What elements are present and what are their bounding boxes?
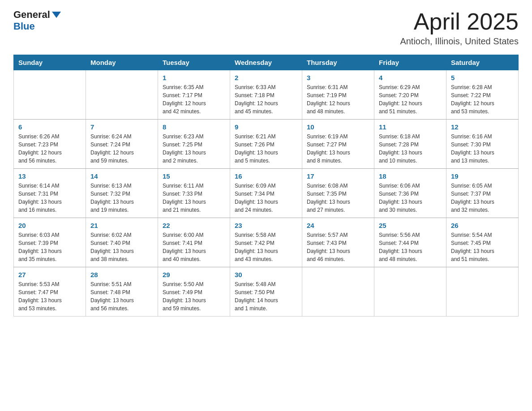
day-number: 25 [379, 222, 442, 229]
day-number: 17 [307, 172, 369, 180]
logo-general-text: General [13, 9, 50, 21]
calendar-week-row: 20Sunrise: 6:03 AM Sunset: 7:39 PM Dayli… [14, 218, 519, 267]
day-number: 10 [307, 123, 369, 131]
day-info: Sunrise: 6:21 AM Sunset: 7:26 PM Dayligh… [235, 133, 297, 165]
day-number: 21 [90, 222, 153, 229]
day-number: 9 [235, 123, 297, 131]
weekday-header-saturday: Saturday [446, 55, 519, 70]
day-number: 14 [90, 172, 153, 180]
calendar-day-cell: 29Sunrise: 5:50 AM Sunset: 7:49 PM Dayli… [158, 267, 230, 317]
calendar-day-cell: 3Sunrise: 6:31 AM Sunset: 7:19 PM Daylig… [302, 70, 374, 120]
day-info: Sunrise: 6:33 AM Sunset: 7:18 PM Dayligh… [235, 83, 297, 116]
calendar-day-cell: 20Sunrise: 6:03 AM Sunset: 7:39 PM Dayli… [14, 218, 86, 267]
logo-blue-text: Blue [13, 21, 35, 32]
calendar-day-cell: 19Sunrise: 6:05 AM Sunset: 7:37 PM Dayli… [446, 169, 519, 218]
day-number: 28 [90, 271, 153, 278]
calendar-day-cell [446, 267, 519, 317]
day-info: Sunrise: 6:09 AM Sunset: 7:34 PM Dayligh… [235, 182, 297, 214]
logo: General Blue [13, 9, 62, 32]
day-info: Sunrise: 6:29 AM Sunset: 7:20 PM Dayligh… [379, 83, 442, 116]
calendar-day-cell: 22Sunrise: 6:00 AM Sunset: 7:41 PM Dayli… [158, 218, 230, 267]
day-info: Sunrise: 6:06 AM Sunset: 7:36 PM Dayligh… [379, 182, 442, 214]
day-number: 13 [18, 172, 81, 180]
day-info: Sunrise: 6:28 AM Sunset: 7:22 PM Dayligh… [451, 83, 514, 116]
day-number: 30 [235, 271, 297, 278]
calendar-day-cell [86, 70, 158, 120]
calendar-day-cell: 2Sunrise: 6:33 AM Sunset: 7:18 PM Daylig… [230, 70, 302, 120]
day-number: 1 [163, 74, 225, 81]
day-info: Sunrise: 5:50 AM Sunset: 7:49 PM Dayligh… [163, 280, 225, 313]
day-number: 4 [379, 74, 442, 81]
day-info: Sunrise: 5:58 AM Sunset: 7:42 PM Dayligh… [235, 231, 297, 263]
day-number: 19 [451, 172, 514, 180]
weekday-header-wednesday: Wednesday [230, 55, 302, 70]
calendar-day-cell: 16Sunrise: 6:09 AM Sunset: 7:34 PM Dayli… [230, 169, 302, 218]
day-number: 22 [163, 222, 225, 229]
day-number: 18 [379, 172, 442, 180]
day-number: 5 [451, 74, 514, 81]
calendar-table: SundayMondayTuesdayWednesdayThursdayFrid… [13, 55, 519, 317]
calendar-day-cell: 11Sunrise: 6:18 AM Sunset: 7:28 PM Dayli… [374, 120, 446, 169]
day-info: Sunrise: 6:19 AM Sunset: 7:27 PM Dayligh… [307, 133, 369, 165]
day-info: Sunrise: 6:35 AM Sunset: 7:17 PM Dayligh… [163, 83, 225, 116]
day-info: Sunrise: 6:02 AM Sunset: 7:40 PM Dayligh… [90, 231, 153, 263]
day-info: Sunrise: 6:18 AM Sunset: 7:28 PM Dayligh… [379, 133, 442, 165]
calendar-day-cell: 24Sunrise: 5:57 AM Sunset: 7:43 PM Dayli… [302, 218, 374, 267]
calendar-week-row: 13Sunrise: 6:14 AM Sunset: 7:31 PM Dayli… [14, 169, 519, 218]
calendar-header: SundayMondayTuesdayWednesdayThursdayFrid… [14, 55, 519, 70]
calendar-body: 1Sunrise: 6:35 AM Sunset: 7:17 PM Daylig… [14, 70, 519, 317]
calendar-day-cell: 8Sunrise: 6:23 AM Sunset: 7:25 PM Daylig… [158, 120, 230, 169]
calendar-day-cell: 18Sunrise: 6:06 AM Sunset: 7:36 PM Dayli… [374, 169, 446, 218]
day-number: 11 [379, 123, 442, 131]
weekday-header-tuesday: Tuesday [158, 55, 230, 70]
location-title: Antioch, Illinois, United States [400, 36, 519, 47]
day-info: Sunrise: 6:16 AM Sunset: 7:30 PM Dayligh… [451, 133, 514, 165]
weekday-header-monday: Monday [86, 55, 158, 70]
calendar-day-cell: 15Sunrise: 6:11 AM Sunset: 7:33 PM Dayli… [158, 169, 230, 218]
calendar-week-row: 27Sunrise: 5:53 AM Sunset: 7:47 PM Dayli… [14, 267, 519, 317]
day-info: Sunrise: 6:31 AM Sunset: 7:19 PM Dayligh… [307, 83, 369, 116]
day-number: 29 [163, 271, 225, 278]
day-info: Sunrise: 6:24 AM Sunset: 7:24 PM Dayligh… [90, 133, 153, 165]
calendar-day-cell: 10Sunrise: 6:19 AM Sunset: 7:27 PM Dayli… [302, 120, 374, 169]
calendar-day-cell: 28Sunrise: 5:51 AM Sunset: 7:48 PM Dayli… [86, 267, 158, 317]
calendar-day-cell [14, 70, 86, 120]
calendar-day-cell: 12Sunrise: 6:16 AM Sunset: 7:30 PM Dayli… [446, 120, 519, 169]
calendar-day-cell: 4Sunrise: 6:29 AM Sunset: 7:20 PM Daylig… [374, 70, 446, 120]
day-info: Sunrise: 5:54 AM Sunset: 7:45 PM Dayligh… [451, 231, 514, 263]
calendar-day-cell: 30Sunrise: 5:48 AM Sunset: 7:50 PM Dayli… [230, 267, 302, 317]
day-number: 6 [18, 123, 81, 131]
calendar-day-cell: 17Sunrise: 6:08 AM Sunset: 7:35 PM Dayli… [302, 169, 374, 218]
calendar-day-cell: 6Sunrise: 6:26 AM Sunset: 7:23 PM Daylig… [14, 120, 86, 169]
day-number: 26 [451, 222, 514, 229]
day-info: Sunrise: 5:48 AM Sunset: 7:50 PM Dayligh… [235, 280, 297, 313]
calendar-day-cell: 5Sunrise: 6:28 AM Sunset: 7:22 PM Daylig… [446, 70, 519, 120]
weekday-header-sunday: Sunday [14, 55, 86, 70]
day-info: Sunrise: 5:57 AM Sunset: 7:43 PM Dayligh… [307, 231, 369, 263]
day-info: Sunrise: 5:53 AM Sunset: 7:47 PM Dayligh… [18, 280, 81, 313]
day-number: 7 [90, 123, 153, 131]
day-info: Sunrise: 6:23 AM Sunset: 7:25 PM Dayligh… [163, 133, 225, 165]
day-number: 20 [18, 222, 81, 229]
calendar-day-cell: 25Sunrise: 5:56 AM Sunset: 7:44 PM Dayli… [374, 218, 446, 267]
day-info: Sunrise: 5:51 AM Sunset: 7:48 PM Dayligh… [90, 280, 153, 313]
calendar-day-cell: 1Sunrise: 6:35 AM Sunset: 7:17 PM Daylig… [158, 70, 230, 120]
weekday-header-friday: Friday [374, 55, 446, 70]
day-info: Sunrise: 5:56 AM Sunset: 7:44 PM Dayligh… [379, 231, 442, 263]
day-number: 27 [18, 271, 81, 278]
day-info: Sunrise: 6:05 AM Sunset: 7:37 PM Dayligh… [451, 182, 514, 214]
day-info: Sunrise: 6:08 AM Sunset: 7:35 PM Dayligh… [307, 182, 369, 214]
month-title: April 2025 [400, 9, 519, 34]
calendar-day-cell: 23Sunrise: 5:58 AM Sunset: 7:42 PM Dayli… [230, 218, 302, 267]
day-info: Sunrise: 6:13 AM Sunset: 7:32 PM Dayligh… [90, 182, 153, 214]
header-right: April 2025 Antioch, Illinois, United Sta… [400, 9, 519, 47]
calendar-day-cell: 9Sunrise: 6:21 AM Sunset: 7:26 PM Daylig… [230, 120, 302, 169]
day-number: 24 [307, 222, 369, 229]
calendar-day-cell: 14Sunrise: 6:13 AM Sunset: 7:32 PM Dayli… [86, 169, 158, 218]
page-header: General Blue April 2025 Antioch, Illinoi… [13, 9, 519, 47]
day-number: 8 [163, 123, 225, 131]
day-info: Sunrise: 6:14 AM Sunset: 7:31 PM Dayligh… [18, 182, 81, 214]
weekday-header-row: SundayMondayTuesdayWednesdayThursdayFrid… [14, 55, 519, 70]
calendar-day-cell: 13Sunrise: 6:14 AM Sunset: 7:31 PM Dayli… [14, 169, 86, 218]
day-info: Sunrise: 6:00 AM Sunset: 7:41 PM Dayligh… [163, 231, 225, 263]
